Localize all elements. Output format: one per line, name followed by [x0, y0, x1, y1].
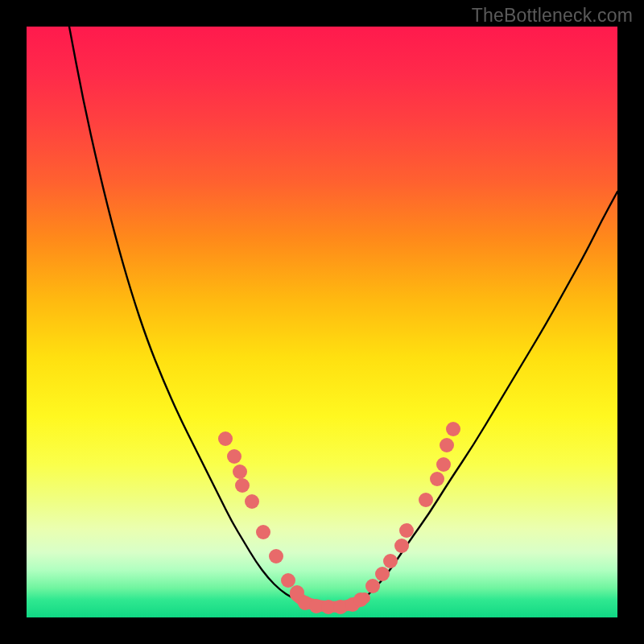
svg-point-20 — [419, 493, 433, 507]
marker-dots — [218, 422, 460, 614]
svg-point-5 — [256, 525, 270, 539]
svg-point-4 — [245, 494, 259, 509]
svg-point-12 — [333, 600, 348, 614]
svg-point-7 — [281, 573, 295, 588]
outer-frame: TheBottleneck.com — [0, 0, 644, 644]
curve-left — [69, 27, 304, 602]
svg-point-24 — [446, 422, 460, 436]
svg-point-1 — [227, 449, 242, 464]
svg-point-6 — [269, 549, 283, 564]
svg-point-23 — [440, 438, 454, 452]
chart-overlay — [27, 27, 617, 617]
svg-point-3 — [235, 478, 250, 493]
svg-point-22 — [436, 457, 451, 472]
svg-point-21 — [430, 472, 444, 486]
svg-point-17 — [383, 554, 398, 568]
svg-point-18 — [394, 539, 409, 553]
svg-point-0 — [218, 431, 233, 446]
svg-point-16 — [375, 567, 390, 581]
svg-point-19 — [399, 523, 414, 538]
watermark-text: TheBottleneck.com — [472, 5, 633, 27]
svg-point-15 — [365, 579, 380, 593]
svg-point-14 — [353, 592, 368, 607]
svg-point-2 — [233, 464, 247, 479]
